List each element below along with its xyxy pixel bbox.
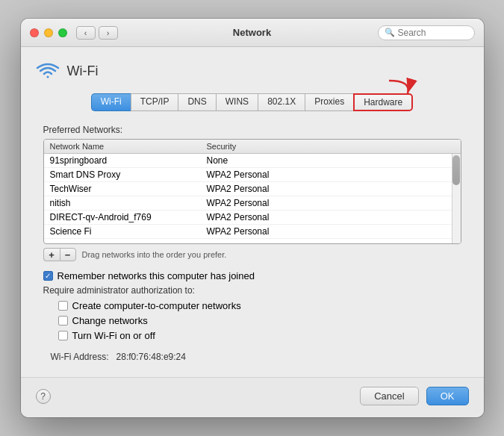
add-network-button[interactable]: +	[43, 248, 60, 261]
tab-wins[interactable]: WINS	[216, 93, 258, 111]
search-box[interactable]: 🔍	[378, 25, 475, 40]
network-security: WPA2 Personal	[207, 184, 455, 194]
change-networks-label: Change networks	[72, 315, 148, 326]
drag-hint: Drag networks into the order you prefer.	[82, 250, 227, 259]
footer-buttons: Cancel OK	[360, 387, 468, 405]
main-window: ‹ › Network 🔍 Wi-Fi Wi-Fi TCP/IP DNS WIN…	[21, 19, 484, 417]
ok-button[interactable]: OK	[426, 387, 469, 405]
wifi-address-value: 28:f0:76:48:e9:24	[116, 352, 186, 362]
list-btn-group: + −	[43, 248, 76, 261]
create-computer-checkbox[interactable]	[58, 301, 68, 311]
scrollbar-track[interactable]	[452, 154, 461, 243]
footer: ? Cancel OK	[21, 377, 484, 417]
network-name: Smart DNS Proxy	[50, 169, 207, 180]
col-security: Security	[207, 142, 455, 151]
network-name: Science Fi	[50, 226, 207, 237]
table-row[interactable]: TechWiser WPA2 Personal	[44, 182, 461, 196]
titlebar: ‹ › Network 🔍	[21, 19, 484, 47]
back-button[interactable]: ‹	[76, 26, 96, 40]
network-rows[interactable]: 91springboard None Smart DNS Proxy WPA2 …	[44, 154, 461, 243]
network-name: DIRECT-qv-Android_f769	[50, 212, 207, 222]
network-security: WPA2 Personal	[207, 198, 455, 208]
wifi-address: Wi-Fi Address: 28:f0:76:48:e9:24	[51, 352, 461, 362]
turn-wifi-row: Turn Wi-Fi on or off	[58, 330, 461, 341]
fullscreen-button[interactable]	[58, 28, 67, 37]
tab-wifi[interactable]: Wi-Fi	[91, 93, 131, 111]
preferred-section: Preferred Networks: Network Name Securit…	[43, 125, 461, 261]
remember-networks-checkbox[interactable]	[43, 271, 53, 281]
table-row[interactable]: DIRECT-qv-Android_f769 WPA2 Personal	[44, 211, 461, 225]
network-security: WPA2 Personal	[207, 169, 455, 180]
network-security: WPA2 Personal	[207, 212, 455, 222]
tab-tcpip[interactable]: TCP/IP	[131, 93, 178, 111]
change-networks-checkbox[interactable]	[58, 316, 68, 326]
content-area: Wi-Fi Wi-Fi TCP/IP DNS WINS 802.1X Proxi…	[21, 47, 484, 377]
tab-proxies[interactable]: Proxies	[305, 93, 353, 111]
network-name: TechWiser	[50, 184, 207, 194]
network-security: None	[207, 155, 455, 166]
tab-hardware[interactable]: Hardware	[353, 93, 413, 111]
change-networks-row: Change networks	[58, 315, 461, 326]
tab-hardware-wrapper: Hardware	[353, 93, 413, 111]
wifi-icon	[36, 59, 60, 83]
network-name: nitish	[50, 198, 207, 208]
table-row[interactable]: Smart DNS Proxy WPA2 Personal	[44, 168, 461, 182]
network-security: WPA2 Personal	[207, 226, 455, 237]
nav-buttons: ‹ ›	[76, 26, 118, 40]
preferred-label: Preferred Networks:	[43, 125, 461, 135]
scrollbar-thumb[interactable]	[452, 155, 460, 185]
network-list-header: Network Name Security	[44, 140, 461, 154]
search-icon: 🔍	[385, 28, 395, 37]
traffic-lights	[30, 28, 67, 37]
list-controls: + − Drag networks into the order you pre…	[43, 248, 461, 261]
tab-8021x[interactable]: 802.1X	[258, 93, 305, 111]
require-auth-label: Require administrator authorization to:	[43, 285, 461, 296]
minimize-button[interactable]	[44, 28, 53, 37]
network-name: 91springboard	[50, 155, 207, 166]
tab-dns[interactable]: DNS	[178, 93, 215, 111]
table-row[interactable]: Science Fi WPA2 Personal	[44, 225, 461, 239]
turn-wifi-label: Turn Wi-Fi on or off	[72, 330, 155, 341]
col-network-name: Network Name	[50, 142, 207, 151]
create-computer-label: Create computer-to-computer networks	[72, 300, 241, 311]
options-section: Remember networks this computer has join…	[43, 270, 461, 362]
close-button[interactable]	[30, 28, 39, 37]
indent-options: Create computer-to-computer networks Cha…	[58, 300, 461, 341]
table-row[interactable]: 91springboard None	[44, 154, 461, 168]
wifi-label: Wi-Fi	[67, 63, 99, 79]
remember-networks-label: Remember networks this computer has join…	[57, 270, 255, 281]
turn-wifi-checkbox[interactable]	[58, 331, 68, 340]
search-input[interactable]	[398, 28, 465, 38]
remember-networks-row: Remember networks this computer has join…	[43, 270, 461, 281]
tabs-row: Wi-Fi TCP/IP DNS WINS 802.1X Proxies Har…	[36, 93, 469, 111]
forward-button[interactable]: ›	[99, 26, 118, 40]
network-list-container: Network Name Security 91springboard None…	[43, 139, 461, 244]
wifi-address-label: Wi-Fi Address:	[51, 352, 109, 362]
table-row[interactable]: nitish WPA2 Personal	[44, 196, 461, 211]
remove-network-button[interactable]: −	[60, 248, 76, 261]
window-title: Network	[233, 27, 271, 38]
cancel-button[interactable]: Cancel	[360, 387, 418, 405]
create-computer-row: Create computer-to-computer networks	[58, 300, 461, 311]
help-button[interactable]: ?	[36, 389, 51, 404]
